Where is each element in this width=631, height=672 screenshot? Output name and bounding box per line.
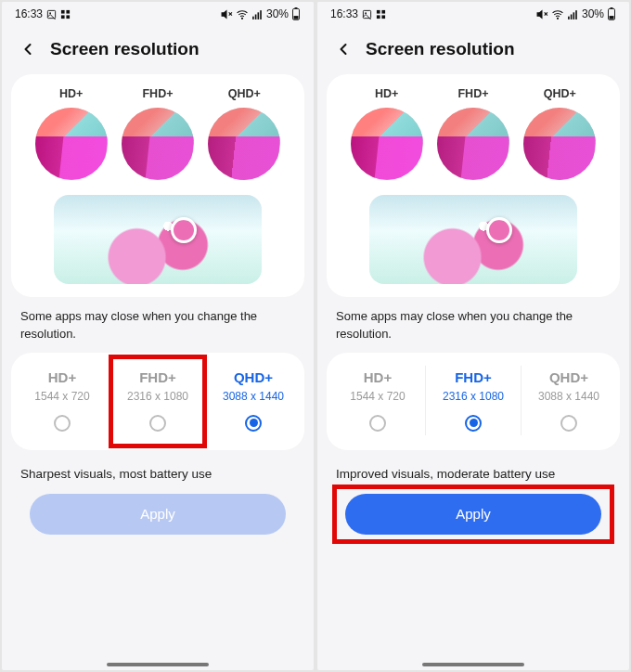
page-header: Screen resolution (317, 26, 629, 74)
thumb-qhd[interactable]: QHD+ (520, 87, 599, 180)
radio-qhd[interactable] (245, 415, 262, 432)
svg-rect-11 (257, 12, 259, 19)
grid-icon (60, 9, 71, 19)
svg-rect-26 (571, 14, 573, 19)
option-fhd[interactable]: FHD+ 2316 x 1080 (109, 366, 205, 435)
option-sub: 3088 x 1440 (538, 390, 599, 403)
svg-point-1 (49, 12, 51, 14)
back-icon[interactable] (19, 40, 37, 58)
option-sub: 3088 x 1440 (223, 390, 284, 403)
option-title: FHD+ (139, 369, 176, 385)
thumb-image-qhd (523, 108, 596, 180)
thumb-label: HD+ (59, 87, 83, 100)
status-time: 16:33 (330, 7, 358, 20)
option-title: QHD+ (234, 369, 273, 385)
svg-rect-21 (381, 15, 385, 19)
option-qhd[interactable]: QHD+ 3088 x 1440 (205, 366, 301, 435)
option-title: QHD+ (549, 369, 588, 385)
option-sub: 1544 x 720 (34, 390, 89, 403)
apply-button[interactable]: Apply (345, 494, 601, 535)
thumb-image-hd (35, 108, 108, 180)
option-sub: 2316 x 1080 (127, 390, 188, 403)
status-battery-pct: 30% (582, 7, 604, 20)
apply-wrap: Apply (2, 490, 314, 538)
option-title: HD+ (48, 369, 76, 385)
option-sub: 1544 x 720 (350, 390, 405, 403)
phone-screen-right: 16:33 30% Screen resolution HD+ FHD+ (317, 2, 629, 670)
option-hd[interactable]: HD+ 1544 x 720 (330, 366, 425, 435)
svg-rect-20 (377, 15, 380, 19)
svg-rect-3 (66, 9, 70, 13)
radio-fhd[interactable] (465, 415, 482, 432)
option-sub: 2316 x 1080 (443, 390, 504, 403)
battery-icon (607, 7, 616, 20)
note-text: Some apps may close when you change the … (2, 308, 314, 353)
thumb-qhd[interactable]: QHD+ (204, 87, 284, 180)
svg-rect-31 (610, 16, 614, 19)
svg-rect-28 (575, 10, 577, 19)
preview-card: HD+ FHD+ QHD+ (327, 74, 620, 297)
option-title: FHD+ (455, 369, 492, 385)
radio-qhd[interactable] (560, 415, 577, 432)
svg-point-24 (557, 18, 558, 19)
grid-icon (376, 9, 386, 19)
battery-icon (291, 7, 301, 20)
thumb-fhd[interactable]: FHD+ (118, 87, 198, 180)
mute-icon (221, 8, 233, 20)
thumb-hd[interactable]: HD+ (347, 87, 427, 180)
option-qhd[interactable]: QHD+ 3088 x 1440 (521, 366, 616, 435)
svg-rect-19 (381, 9, 385, 13)
thumb-image-fhd (122, 108, 194, 180)
option-fhd[interactable]: FHD+ 2316 x 1080 (425, 366, 521, 435)
status-bar: 16:33 30% (317, 2, 629, 26)
nav-handle[interactable] (107, 663, 209, 666)
svg-point-8 (241, 18, 242, 19)
page-title: Screen resolution (366, 39, 515, 59)
svg-rect-14 (295, 7, 298, 8)
option-hd[interactable]: HD+ 1544 x 720 (15, 366, 109, 435)
thumb-hd[interactable]: HD+ (32, 87, 111, 180)
radio-hd[interactable] (54, 415, 71, 432)
gallery-icon (46, 9, 57, 19)
preview-image (369, 195, 577, 284)
apply-button[interactable]: Apply (30, 494, 286, 535)
nav-handle[interactable] (422, 663, 524, 666)
signal-icon (567, 8, 579, 20)
status-battery-pct: 30% (266, 7, 289, 20)
preview-card: HD+ FHD+ QHD+ (11, 74, 304, 297)
svg-rect-0 (47, 10, 55, 18)
status-bar: 16:33 30% (2, 2, 314, 26)
svg-rect-15 (294, 16, 299, 19)
resolution-options: HD+ 1544 x 720 FHD+ 2316 x 1080 QHD+ 308… (11, 353, 304, 450)
wifi-icon (236, 8, 249, 20)
svg-rect-2 (61, 9, 65, 13)
gallery-icon (362, 9, 372, 19)
page-header: Screen resolution (2, 26, 314, 74)
thumb-fhd[interactable]: FHD+ (433, 87, 513, 180)
svg-rect-4 (61, 15, 65, 19)
svg-rect-30 (611, 7, 613, 8)
note-text: Some apps may close when you change the … (317, 308, 629, 353)
radio-fhd[interactable] (149, 415, 166, 432)
svg-point-17 (365, 12, 367, 14)
phone-screen-left: 16:33 30% Screen resolution HD+ FHD+ (2, 2, 314, 670)
thumb-image-qhd (208, 108, 280, 180)
option-title: HD+ (364, 369, 392, 385)
radio-hd[interactable] (369, 415, 386, 432)
svg-rect-9 (252, 16, 254, 19)
status-time: 16:33 (15, 7, 43, 20)
selection-desc: Improved visuals, moderate battery use (317, 450, 629, 490)
thumb-label: FHD+ (142, 87, 173, 100)
svg-rect-27 (573, 12, 574, 19)
back-icon[interactable] (334, 40, 353, 58)
page-title: Screen resolution (50, 39, 200, 59)
thumb-label: FHD+ (457, 87, 488, 100)
apply-wrap: Apply (317, 490, 629, 538)
mute-icon (536, 8, 548, 20)
thumb-label: QHD+ (228, 87, 261, 100)
selection-desc: Sharpest visuals, most battery use (2, 450, 314, 490)
svg-rect-16 (363, 10, 370, 18)
thumb-image-fhd (437, 108, 509, 180)
preview-image (54, 195, 262, 284)
wifi-icon (551, 8, 564, 20)
